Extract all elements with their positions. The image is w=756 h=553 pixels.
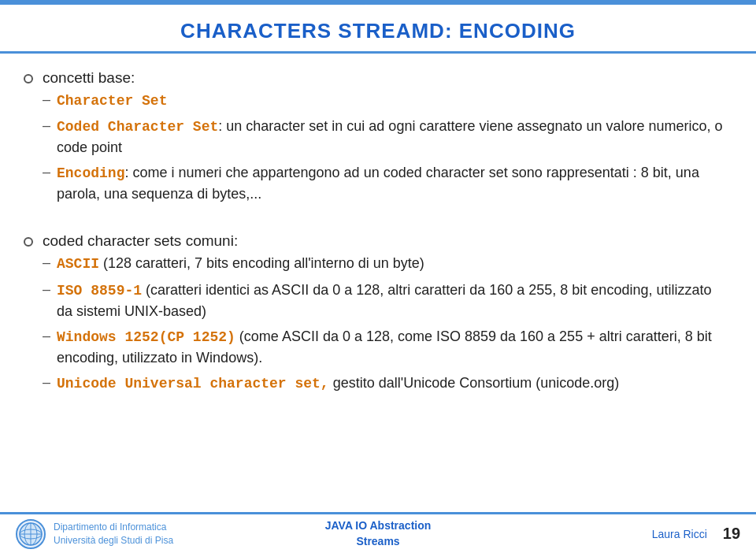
section-gap <box>24 220 724 232</box>
section2-intro: coded character sets comuni: <box>43 232 724 250</box>
slide-title: CHARACTERS STREAMD: ENCODING <box>0 5 756 54</box>
center-line1: JAVA IO Abstraction <box>258 518 499 534</box>
list-item: – Encoding: come i numeri che appartengo… <box>43 162 724 204</box>
item-text: Windows 1252(CP 1252) (come ASCII da 0 a… <box>57 326 724 368</box>
dash-icon: – <box>43 90 50 109</box>
dash-icon: – <box>43 326 50 346</box>
item-mono: Encoding <box>57 165 124 181</box>
item-text: ASCII (128 caratteri, 7 bits encoding al… <box>57 253 724 274</box>
item-rest: (caratteri identici as ASCII da 0 a 128,… <box>57 282 711 319</box>
section2-list: – ASCII (128 caratteri, 7 bits encoding … <box>43 253 724 394</box>
footer-left: Dipartimento di Informatica Università d… <box>16 519 258 549</box>
item-mono: Unicode Universal character set, <box>57 376 329 392</box>
bullet-dot-1 <box>24 74 33 84</box>
item-mono: ASCII <box>57 256 99 272</box>
section1-intro: concetti base: <box>43 69 724 87</box>
list-item: – ASCII (128 caratteri, 7 bits encoding … <box>43 253 724 274</box>
footer-author: Laura Ricci <box>652 528 707 540</box>
list-item: – Character Set <box>43 90 724 111</box>
section1-bullet: concetti base: – Character Set – Coded C… <box>24 69 724 209</box>
section2-bullet: coded character sets comuni: – ASCII (12… <box>24 232 724 399</box>
item-mono: Character Set <box>57 93 167 109</box>
item-mono: Coded Character Set <box>57 119 218 135</box>
footer-dept: Dipartimento di Informatica Università d… <box>54 521 173 547</box>
dash-icon: – <box>43 280 50 299</box>
footer-center: JAVA IO Abstraction Streams <box>258 518 499 549</box>
item-rest: : come i numeri che appartengono ad un c… <box>57 165 699 202</box>
dash-icon: – <box>43 116 50 135</box>
content-area: concetti base: – Character Set – Coded C… <box>0 61 756 418</box>
item-mono: ISO 8859-1 <box>57 283 142 299</box>
footer-right: Laura Ricci 19 <box>498 525 740 543</box>
item-text: Unicode Universal character set, gestito… <box>57 373 724 394</box>
section2-content: coded character sets comuni: – ASCII (12… <box>43 232 724 399</box>
bullet-dot-2 <box>24 237 33 247</box>
section1-content: concetti base: – Character Set – Coded C… <box>43 69 724 209</box>
section1-list: – Character Set – Coded Character Set: u… <box>43 90 724 204</box>
page-number: 19 <box>723 525 740 543</box>
center-line2: Streams <box>258 534 499 550</box>
dash-icon: – <box>43 253 50 273</box>
list-item: – Unicode Universal character set, gesti… <box>43 373 724 394</box>
item-text: Coded Character Set: un character set in… <box>57 116 724 158</box>
dept-line1: Dipartimento di Informatica <box>54 521 173 534</box>
dept-line2: Università degli Studi di Pisa <box>54 534 173 547</box>
footer: Dipartimento di Informatica Università d… <box>0 512 756 553</box>
list-item: – Coded Character Set: un character set … <box>43 116 724 158</box>
list-item: – Windows 1252(CP 1252) (come ASCII da 0… <box>43 326 724 368</box>
footer-logo <box>16 519 46 549</box>
item-text: ISO 8859-1 (caratteri identici as ASCII … <box>57 280 724 321</box>
dash-icon: – <box>43 373 50 392</box>
item-mono: Windows 1252(CP 1252) <box>57 329 235 345</box>
item-rest: gestito dall'Unicode Consortium (unicode… <box>329 375 620 391</box>
item-text: Character Set <box>57 90 724 111</box>
item-rest: (128 caratteri, 7 bits encoding all'inte… <box>99 255 424 271</box>
dash-icon: – <box>43 162 50 182</box>
list-item: – ISO 8859-1 (caratteri identici as ASCI… <box>43 280 724 321</box>
item-text: Encoding: come i numeri che appartengono… <box>57 162 724 204</box>
